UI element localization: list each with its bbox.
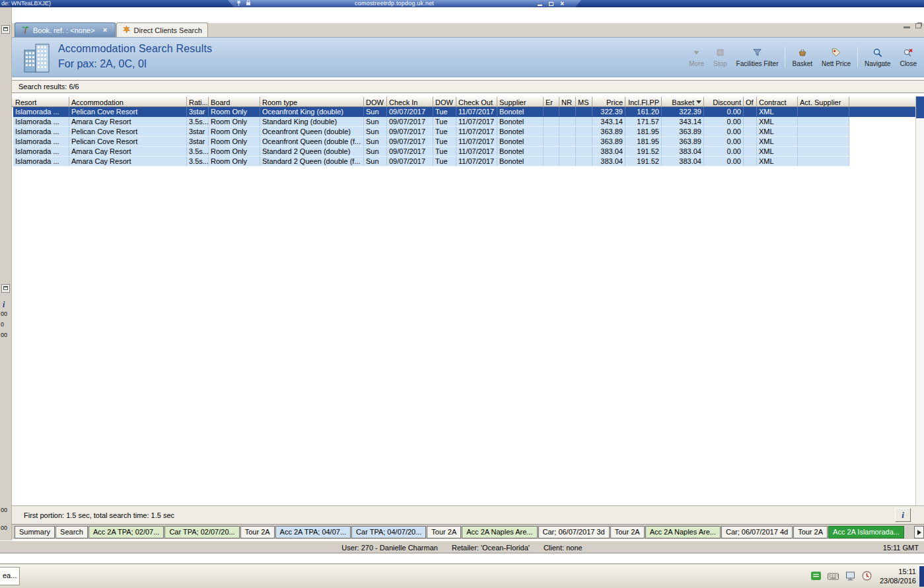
bottom-tab[interactable]: Car; 06/07/2017 3d (538, 526, 610, 538)
window-tab[interactable]: Direct Clients Search (116, 22, 208, 37)
booking-tabs-bar: SummarySearchAcc 2A TPA; 02/07...Car TPA… (12, 524, 924, 539)
rdp-restore-icon[interactable] (549, 2, 553, 6)
taskbar-button[interactable]: ea... (0, 567, 20, 585)
bottom-tab[interactable]: Acc 2A Naples Are... (462, 526, 537, 538)
table-cell: 181.95 (625, 137, 662, 146)
column-header[interactable]: Price (592, 96, 625, 107)
table-cell: 09/07/2017 (387, 127, 433, 136)
status-client: Client: none (544, 544, 583, 552)
column-header[interactable]: Supplier (497, 96, 544, 107)
column-header[interactable]: MS (576, 96, 592, 107)
bottom-tab[interactable]: Tour 2A (610, 526, 645, 538)
restore-icon[interactable] (915, 23, 921, 28)
column-header[interactable]: Check Out (456, 96, 497, 107)
connection-info-icon[interactable] (246, 0, 251, 8)
scrollbar-thumb[interactable] (916, 96, 924, 118)
bottom-tab[interactable]: Acc 2A TPA; 02/07... (89, 526, 164, 538)
basket-button[interactable]: Basket (787, 46, 817, 69)
table-cell: Amara Cay Resort (69, 117, 187, 126)
column-header[interactable]: Contract (757, 96, 798, 107)
bottom-tab[interactable]: Tour 2A (240, 526, 275, 538)
table-row[interactable]: Islamorada ...Pelican Cove Resort3starRo… (13, 127, 849, 137)
table-cell: Sun (364, 127, 387, 136)
close-button[interactable]: Close (895, 46, 921, 69)
bottom-tab[interactable]: Tour 2A (427, 526, 461, 538)
info-button[interactable]: i (895, 508, 911, 522)
bottom-tab[interactable]: Acc 2A Naples Are... (645, 526, 721, 538)
toolbar-button-label: Nett Price (822, 60, 851, 67)
bottom-tab[interactable]: Car; 06/07/2017 4d (721, 526, 793, 538)
tray-display-icon[interactable] (845, 571, 856, 583)
taskbar-clock[interactable]: 15:11 23/08/2016 (880, 567, 916, 585)
column-header[interactable]: Accommodation (69, 96, 187, 107)
header-toolbar: MoreStopFacilities FilterBasketNett Pric… (684, 46, 921, 69)
facilities-filter-button[interactable]: Facilities Filter (732, 46, 783, 69)
table-cell: Room Only (209, 107, 260, 116)
taskbar-date: 23/08/2016 (880, 576, 916, 585)
clipped-window-title: de: WNTeaLBXJE) (1, 0, 51, 7)
tab-close-icon[interactable]: × (101, 26, 110, 34)
status-bar: User: 270 - Danielle Charman Retailer: '… (0, 540, 924, 554)
column-header[interactable]: Check In (387, 96, 433, 107)
column-header[interactable]: DOW (433, 96, 456, 107)
column-header[interactable]: Act. Supplier (798, 96, 849, 107)
table-scrollbar[interactable] (915, 96, 924, 505)
table-cell (559, 157, 576, 166)
bottom-tab[interactable]: Acc 2A Islamorada... (828, 526, 904, 538)
rdp-pill: comostreetrdp.topdog.uk.net × (228, 0, 581, 7)
tray-clock-alert-icon[interactable] (861, 570, 872, 583)
bottom-tab[interactable]: Acc 2A TPA; 04/07... (275, 526, 351, 538)
table-cell: 3star (187, 107, 209, 116)
search-timing-bar: First portion: 1.5 sec, total search tim… (12, 505, 924, 524)
table-cell (798, 137, 849, 146)
table-cell (559, 147, 576, 156)
column-header[interactable]: Of (744, 96, 757, 107)
tabs-scroll-right-button[interactable] (914, 526, 924, 538)
taskbar: ea... 15:11 23/08/2016 (0, 564, 924, 588)
column-header[interactable]: Basket (662, 96, 704, 107)
table-cell: Oceanfront Queen (double (f... (260, 137, 364, 146)
column-header[interactable]: Room type (260, 96, 364, 107)
column-header[interactable]: Rati... (187, 96, 209, 107)
column-header-label: Of (746, 98, 754, 106)
table-cell: Tue (433, 147, 456, 156)
table-row[interactable]: Islamorada ...Amara Cay Resort3.5s...Roo… (13, 157, 849, 166)
bottom-tab[interactable]: Search (55, 526, 88, 538)
tray-keyboard-icon[interactable] (827, 571, 839, 583)
column-header[interactable]: NR (559, 96, 576, 107)
bottom-tab[interactable]: Car TPA; 04/07/20... (351, 526, 426, 538)
column-header[interactable]: Resort (13, 96, 69, 107)
restore-panel-button[interactable] (1, 284, 10, 293)
column-header[interactable]: Incl.Fl.PP (625, 96, 662, 107)
search-results-count: Search results: 6/6 (12, 80, 924, 93)
minimize-icon[interactable] (904, 22, 910, 28)
table-row[interactable]: Islamorada ...Pelican Cove Resort3starRo… (13, 107, 924, 117)
window-tab[interactable]: Book. ref. : <none>× (15, 22, 116, 37)
navigate-button[interactable]: Navigate (860, 46, 895, 69)
column-header[interactable]: Discount (704, 96, 744, 107)
table-row[interactable]: Islamorada ...Amara Cay Resort3.5s...Roo… (13, 147, 849, 157)
mdi-window-controls (904, 22, 921, 28)
tray-green-app-icon[interactable] (810, 570, 822, 583)
table-cell (576, 107, 592, 116)
table-cell: Standard 2 Queen (double) (260, 147, 364, 156)
bottom-tab[interactable]: Summary (15, 526, 55, 538)
column-header[interactable]: DOW (364, 96, 387, 107)
column-header[interactable]: Board (209, 96, 260, 107)
nett-price-button[interactable]: Nett Price (817, 46, 855, 69)
rdp-close-icon[interactable]: × (560, 1, 564, 7)
rdp-minimize-icon[interactable] (538, 1, 542, 6)
more-icon (692, 47, 701, 58)
table-row[interactable]: Islamorada ...Pelican Cove Resort3starRo… (13, 137, 849, 147)
toolbar-button-label: Facilities Filter (736, 60, 779, 67)
table-row[interactable]: Islamorada ...Amara Cay Resort3.5s...Roo… (13, 117, 849, 127)
more-button: More (684, 46, 709, 69)
pin-icon[interactable] (236, 0, 242, 8)
table-cell (744, 107, 757, 116)
toolbar-separator (785, 47, 785, 67)
bottom-tab[interactable]: Tour 2A (793, 526, 828, 538)
column-header[interactable]: Er (544, 96, 559, 107)
bottom-tab[interactable]: Car TPA; 02/07/20... (164, 526, 239, 538)
table-cell (576, 127, 592, 136)
restore-panel-button[interactable] (1, 25, 10, 34)
